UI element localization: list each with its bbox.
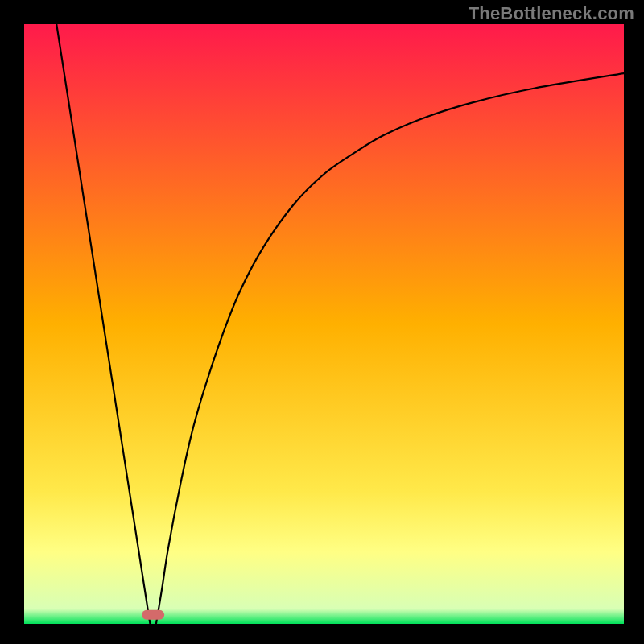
- bottleneck-chart: [0, 0, 644, 644]
- chart-frame: { "watermark": "TheBottleneck.com", "cha…: [0, 0, 644, 644]
- plot-background: [24, 24, 624, 624]
- bottleneck-marker-pill: [142, 610, 164, 620]
- bottleneck-marker: [142, 610, 164, 620]
- watermark-text: TheBottleneck.com: [469, 3, 634, 24]
